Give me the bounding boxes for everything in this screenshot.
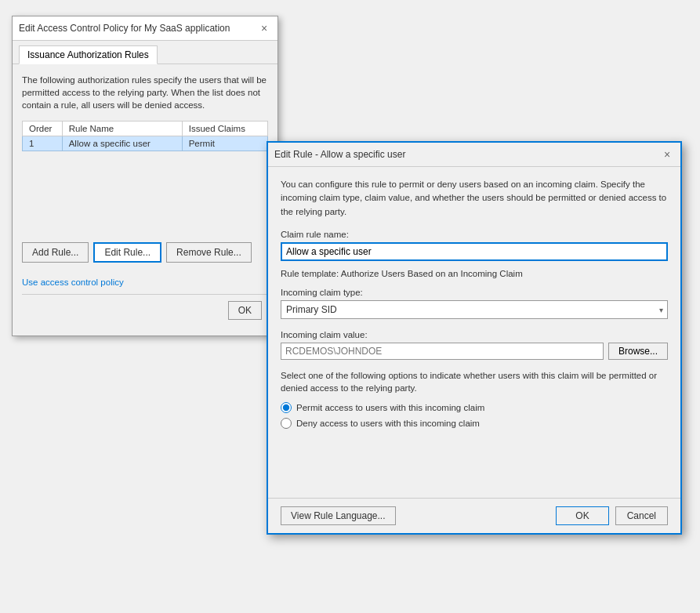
remove-rule-button[interactable]: Remove Rule... [166, 242, 252, 263]
access-description: Select one of the following options to i… [281, 369, 668, 394]
table-row[interactable]: 1 Allow a specific user Permit [23, 136, 268, 151]
template-text: Rule template: Authorize Users Based on … [281, 269, 668, 278]
tab-issuance-auth-rules[interactable]: Issuance Authorization Rules [19, 45, 158, 64]
bg-ok-button[interactable]: OK [228, 301, 262, 320]
row-order: 1 [23, 136, 63, 151]
fg-info-text: You can configure this rule to permit or… [281, 178, 668, 219]
col-claims: Issued Claims [182, 122, 267, 136]
fg-dialog-content: You can configure this rule to permit or… [268, 167, 680, 491]
claim-rule-name-label: Claim rule name: [281, 230, 668, 239]
fg-ok-button[interactable]: OK [556, 506, 608, 525]
bg-dialog: Edit Access Control Policy for My SaaS a… [12, 16, 278, 336]
col-order: Order [23, 122, 63, 136]
row-claims: Permit [182, 136, 267, 151]
row-name: Allow a specific user [62, 136, 182, 151]
deny-label: Deny access to users with this incoming … [296, 419, 480, 428]
view-rule-language-button[interactable]: View Rule Language... [281, 506, 396, 525]
deny-option[interactable]: Deny access to users with this incoming … [281, 418, 668, 429]
fg-footer: View Rule Language... OK Cancel [268, 498, 680, 533]
add-rule-button[interactable]: Add Rule... [22, 242, 89, 263]
bg-dialog-title: Edit Access Control Policy for My SaaS a… [19, 23, 230, 34]
bg-dialog-tab-bar: Issuance Authorization Rules [13, 41, 277, 64]
bg-info-text: The following authorization rules specif… [22, 74, 268, 111]
bg-dialog-close-button[interactable]: × [257, 21, 271, 35]
bg-dialog-titlebar: Edit Access Control Policy for My SaaS a… [13, 16, 277, 41]
fg-dialog-close-button[interactable]: × [660, 147, 674, 161]
incoming-claim-value-label: Incoming claim value: [281, 330, 668, 339]
fg-footer-right: OK Cancel [556, 506, 668, 525]
rules-table: Order Rule Name Issued Claims 1 Allow a … [22, 121, 268, 151]
bg-ok-row: OK [22, 294, 268, 326]
permit-label: Permit access to users with this incomin… [296, 403, 484, 412]
fg-cancel-button[interactable]: Cancel [615, 506, 668, 525]
fg-dialog: Edit Rule - Allow a specific user × You … [267, 141, 682, 535]
incoming-claim-type-label: Incoming claim type: [281, 288, 668, 297]
fg-dialog-title: Edit Rule - Allow a specific user [274, 149, 405, 160]
bg-button-row: Add Rule... Edit Rule... Remove Rule... [22, 236, 268, 269]
col-name: Rule Name [62, 122, 182, 136]
permit-radio[interactable] [281, 402, 292, 413]
claim-rule-name-input[interactable] [281, 242, 668, 261]
access-policy-link[interactable]: Use access control policy [22, 277, 124, 287]
deny-radio[interactable] [281, 418, 292, 429]
claim-value-input[interactable] [281, 343, 604, 360]
browse-button[interactable]: Browse... [608, 343, 668, 360]
fg-dialog-titlebar: Edit Rule - Allow a specific user × [268, 143, 680, 167]
edit-rule-button[interactable]: Edit Rule... [93, 242, 161, 263]
permit-option[interactable]: Permit access to users with this incomin… [281, 402, 668, 413]
claim-type-select-wrapper: Primary SID E-Mail Address UPN Group SID… [281, 300, 668, 319]
bg-dialog-content: The following authorization rules specif… [13, 64, 277, 336]
claim-value-row: Browse... [281, 343, 668, 360]
claim-type-select[interactable]: Primary SID E-Mail Address UPN Group SID… [281, 300, 668, 319]
